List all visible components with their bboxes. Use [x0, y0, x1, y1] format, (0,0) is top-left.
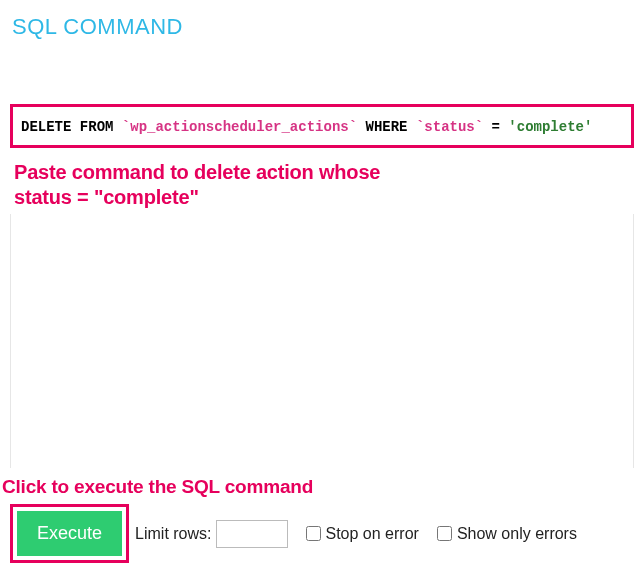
sql-command-box[interactable]: DELETE FROM `wp_actionscheduler_actions`… [10, 104, 634, 148]
sql-command-text: DELETE FROM `wp_actionscheduler_actions`… [21, 119, 592, 135]
annotation-paste-command: Paste command to delete action whosestat… [14, 160, 380, 210]
execute-button-highlight: Execute [10, 504, 129, 563]
annotation-click-execute: Click to execute the SQL command [2, 476, 313, 498]
show-only-errors-checkbox[interactable] [437, 526, 452, 541]
sql-textarea[interactable] [10, 214, 634, 468]
execute-button[interactable]: Execute [17, 511, 122, 556]
sql-eq: = [492, 119, 500, 135]
stop-on-error-checkbox[interactable] [306, 526, 321, 541]
page-title: SQL COMMAND [0, 0, 642, 40]
limit-rows-input[interactable] [216, 520, 288, 548]
limit-rows-label: Limit rows: [135, 525, 211, 543]
sql-kw-from: FROM [80, 119, 114, 135]
show-only-errors-label[interactable]: Show only errors [457, 525, 577, 543]
bottom-controls: Execute Limit rows: Stop on error Show o… [10, 504, 638, 563]
sql-value: 'complete' [508, 119, 592, 135]
sql-kw-where: WHERE [366, 119, 408, 135]
stop-on-error-label[interactable]: Stop on error [326, 525, 419, 543]
sql-kw-delete: DELETE [21, 119, 71, 135]
sql-column: `status` [416, 119, 483, 135]
sql-table: `wp_actionscheduler_actions` [122, 119, 357, 135]
